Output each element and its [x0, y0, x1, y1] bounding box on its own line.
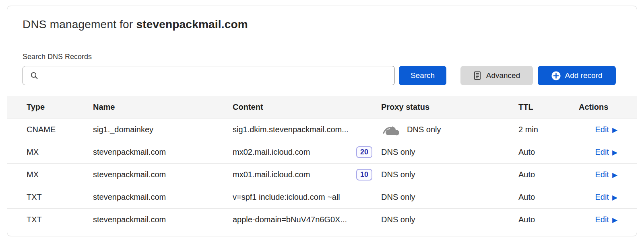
plus-circle-icon — [551, 71, 561, 80]
record-content-cell: mx02.mail.icloud.com 20 — [233, 146, 376, 158]
proxy-status: DNS only — [407, 125, 441, 134]
document-list-icon — [473, 71, 481, 80]
search-button[interactable]: Search — [399, 66, 446, 85]
record-content: v=spf1 include:icloud.com ~all — [233, 193, 340, 202]
column-header-actions: Actions — [571, 103, 617, 112]
proxy-status: DNS only — [381, 148, 415, 157]
proxy-status-cell: DNS only — [376, 193, 512, 202]
record-content: apple-domain=bNuV47n6G0X... — [233, 215, 347, 224]
record-content: sig1.dkim.stevenpackmail.com... — [233, 125, 349, 134]
record-content: mx01.mail.icloud.com — [233, 170, 310, 179]
record-content: mx02.mail.icloud.com — [233, 148, 310, 157]
advanced-button[interactable]: Advanced — [460, 66, 533, 85]
page-title: DNS management for stevenpackmail.com — [23, 18, 637, 31]
table-row: CNAME sig1._domainkey sig1.dkim.stevenpa… — [7, 119, 637, 141]
actions-cell: Edit▶ — [571, 170, 617, 179]
dns-records-table: Type Name Content Proxy status TTL Actio… — [7, 96, 637, 231]
edit-link[interactable]: Edit▶ — [595, 215, 617, 224]
proxy-status: DNS only — [381, 193, 415, 202]
record-type: TXT — [27, 215, 93, 224]
edit-link-label: Edit — [595, 125, 609, 134]
record-ttl: Auto — [512, 148, 571, 157]
column-header-proxy-status: Proxy status — [376, 103, 512, 112]
edit-link[interactable]: Edit▶ — [595, 170, 617, 179]
priority-badge: 10 — [356, 169, 372, 180]
record-type: CNAME — [27, 125, 93, 134]
record-name: sig1._domainkey — [93, 125, 233, 134]
proxy-status-cell: DNS only — [376, 215, 512, 224]
table-row: TXT stevenpackmail.com v=spf1 include:ic… — [7, 186, 637, 209]
edit-link-label: Edit — [595, 148, 609, 157]
edit-link-label: Edit — [595, 215, 609, 224]
page-title-domain: stevenpackmail.com — [136, 18, 248, 31]
edit-link[interactable]: Edit▶ — [595, 125, 617, 134]
record-ttl: Auto — [512, 170, 571, 179]
record-ttl: Auto — [512, 193, 571, 202]
add-record-button-label: Add record — [565, 71, 603, 80]
table-body: CNAME sig1._domainkey sig1.dkim.stevenpa… — [7, 119, 637, 231]
record-name: stevenpackmail.com — [93, 170, 233, 179]
record-type: TXT — [27, 193, 93, 202]
record-name: stevenpackmail.com — [93, 148, 233, 157]
search-box[interactable] — [23, 66, 395, 85]
add-record-button[interactable]: Add record — [538, 66, 616, 85]
advanced-button-label: Advanced — [486, 71, 520, 80]
search-icon — [29, 71, 39, 80]
record-ttl: 2 min — [512, 125, 571, 134]
table-row: MX stevenpackmail.com mx01.mail.icloud.c… — [7, 164, 637, 186]
record-name: stevenpackmail.com — [93, 215, 233, 224]
edit-link[interactable]: Edit▶ — [595, 193, 617, 202]
column-header-content: Content — [233, 103, 376, 112]
priority-badge: 20 — [356, 146, 372, 158]
search-label: Search DNS Records — [23, 53, 637, 61]
table-row: MX stevenpackmail.com mx02.mail.icloud.c… — [7, 141, 637, 164]
actions-cell: Edit▶ — [571, 148, 617, 157]
dns-only-cloud-icon — [381, 124, 401, 136]
edit-link[interactable]: Edit▶ — [595, 148, 617, 157]
column-header-type: Type — [27, 103, 93, 112]
record-ttl: Auto — [512, 215, 571, 224]
actions-cell: Edit▶ — [571, 125, 617, 134]
edit-link-label: Edit — [595, 193, 609, 202]
column-header-name: Name — [93, 103, 233, 112]
record-type: MX — [27, 148, 93, 157]
table-row: TXT stevenpackmail.com apple-domain=bNuV… — [7, 209, 637, 231]
edit-arrow-icon: ▶ — [612, 149, 617, 156]
edit-arrow-icon: ▶ — [612, 172, 617, 178]
proxy-status-cell: DNS only — [376, 124, 512, 136]
proxy-status-cell: DNS only — [376, 170, 512, 179]
page-title-prefix: DNS management for — [23, 18, 133, 31]
edit-arrow-icon: ▶ — [612, 217, 617, 224]
record-content-cell: sig1.dkim.stevenpackmail.com... — [233, 125, 376, 134]
search-input[interactable] — [39, 66, 394, 85]
proxy-status-cell: DNS only — [376, 148, 512, 157]
edit-arrow-icon: ▶ — [612, 194, 617, 201]
proxy-status: DNS only — [381, 215, 415, 224]
record-content-cell: apple-domain=bNuV47n6G0X... — [233, 215, 376, 224]
edit-link-label: Edit — [595, 170, 609, 179]
dns-management-card: DNS management for stevenpackmail.com Se… — [7, 6, 637, 236]
record-type: MX — [27, 170, 93, 179]
table-header-row: Type Name Content Proxy status TTL Actio… — [7, 96, 637, 119]
toolbar: Search Advanced Add — [23, 66, 616, 85]
record-name: stevenpackmail.com — [93, 193, 233, 202]
proxy-status: DNS only — [381, 170, 415, 179]
actions-cell: Edit▶ — [571, 193, 617, 202]
record-content-cell: mx01.mail.icloud.com 10 — [233, 169, 376, 180]
record-content-cell: v=spf1 include:icloud.com ~all — [233, 193, 376, 202]
column-header-ttl: TTL — [512, 103, 571, 112]
edit-arrow-icon: ▶ — [612, 127, 617, 133]
actions-cell: Edit▶ — [571, 215, 617, 224]
